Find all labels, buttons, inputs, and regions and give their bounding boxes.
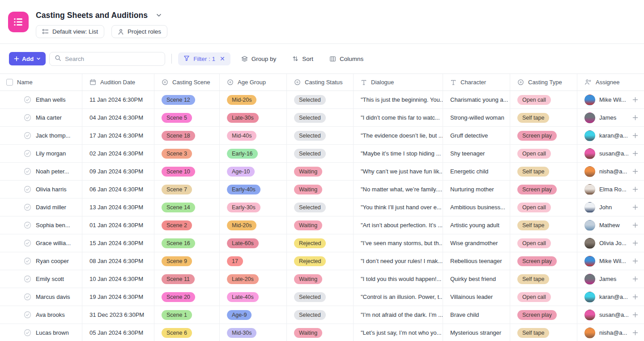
casting-scene-cell[interactable]: Scene 6 — [154, 324, 220, 341]
age-group-cell[interactable]: Late-30s — [220, 109, 287, 126]
casting-type-badge[interactable]: Screen play — [517, 310, 557, 320]
assignee-cell[interactable]: nisha@a... — [577, 163, 644, 180]
table-row[interactable]: Ava brooks31 Dec 2023 6:30PMScene 1Age-9… — [0, 306, 644, 324]
name-cell[interactable]: Olivia harris — [0, 181, 82, 198]
column-header-character[interactable]: Character — [443, 74, 510, 91]
add-assignee-icon[interactable] — [632, 258, 638, 264]
casting-type-cell[interactable]: Self tape — [510, 270, 577, 288]
status-badge[interactable]: Selected — [294, 131, 326, 141]
casting-status-cell[interactable]: Selected — [287, 145, 354, 162]
age-badge[interactable]: Mid-40s — [227, 131, 256, 141]
casting-scene-cell[interactable]: Scene 2 — [154, 216, 220, 234]
casting-type-badge[interactable]: Self tape — [517, 113, 549, 123]
scene-badge[interactable]: Scene 3 — [162, 149, 192, 159]
assignee-cell[interactable]: nisha@a... — [577, 324, 644, 341]
casting-type-badge[interactable]: Screen play — [517, 131, 557, 141]
table-row[interactable]: Mia carter04 Jan 2024 6:30PMScene 5Late-… — [0, 109, 644, 127]
age-badge[interactable]: Early-16 — [227, 149, 258, 159]
age-group-cell[interactable]: Mid-30s — [220, 324, 287, 341]
audition-date-cell[interactable]: 09 Jan 2024 6:30PM — [82, 163, 154, 180]
scene-badge[interactable]: Scene 11 — [162, 274, 195, 284]
dialogue-cell[interactable]: "This is just the beginning. You... — [354, 91, 443, 108]
age-group-cell[interactable]: Late-20s — [220, 270, 287, 288]
casting-type-badge[interactable]: Open call — [517, 203, 551, 212]
status-badge[interactable]: Rejected — [294, 256, 326, 266]
name-cell[interactable]: Marcus davis — [0, 288, 82, 306]
dialogue-cell[interactable]: "The evidence doesn’t lie, but ... — [354, 127, 443, 144]
casting-type-badge[interactable]: Self tape — [517, 274, 549, 284]
assignee-cell[interactable]: susan@a... — [577, 306, 644, 324]
table-row[interactable]: Emily scott10 Jan 2024 6:30PMScene 11Lat… — [0, 270, 644, 288]
character-cell[interactable]: Nurturing mother — [443, 181, 510, 198]
check-circle-icon[interactable] — [24, 275, 31, 283]
casting-status-cell[interactable]: Waiting — [287, 216, 354, 234]
casting-status-cell[interactable]: Selected — [287, 109, 354, 126]
casting-type-cell[interactable]: Screen play — [510, 181, 577, 198]
character-cell[interactable]: Rebellious teenager — [443, 252, 510, 270]
age-group-cell[interactable]: Early-40s — [220, 181, 287, 198]
assignee-cell[interactable]: James — [577, 109, 644, 126]
dialogue-cell[interactable]: "I told you this would happen!... — [354, 270, 443, 288]
column-header-casting-type[interactable]: Casting Type — [510, 74, 577, 91]
check-circle-icon[interactable] — [24, 329, 31, 337]
column-header-audition-date[interactable]: Audition Date — [82, 74, 154, 91]
dialogue-cell[interactable]: "Why can’t we just have fun lik... — [354, 163, 443, 180]
character-cell[interactable]: Wise grandmother — [443, 234, 510, 252]
assignee-cell[interactable]: susan@a... — [577, 145, 644, 162]
add-assignee-icon[interactable] — [632, 222, 638, 228]
assignee-cell[interactable]: karan@a... — [577, 288, 644, 306]
age-group-cell[interactable]: Late-60s — [220, 234, 287, 252]
add-assignee-icon[interactable] — [632, 276, 638, 282]
dialogue-cell[interactable]: "Let’s just say, I’m not who yo... — [354, 324, 443, 341]
age-group-cell[interactable]: Age-9 — [220, 306, 287, 324]
project-roles-button[interactable]: Project roles — [111, 25, 167, 38]
audition-date-cell[interactable]: 06 Jan 2024 6:30PM — [82, 181, 154, 198]
casting-type-cell[interactable]: Open call — [510, 288, 577, 306]
table-row[interactable]: Olivia harris06 Jan 2024 6:30PMScene 7Ea… — [0, 181, 644, 199]
add-assignee-icon[interactable] — [632, 186, 638, 192]
table-row[interactable]: Ethan wells11 Jan 2024 6:30PMScene 12Mid… — [0, 91, 644, 109]
casting-type-badge[interactable]: Self tape — [517, 328, 549, 338]
name-cell[interactable]: Lily morgan — [0, 145, 82, 162]
age-group-cell[interactable]: Early-16 — [220, 145, 287, 162]
casting-status-cell[interactable]: Waiting — [287, 324, 354, 341]
age-group-cell[interactable]: 17 — [220, 252, 287, 270]
name-cell[interactable]: Noah peter... — [0, 163, 82, 180]
add-button[interactable]: Add — [9, 52, 46, 65]
age-badge[interactable]: Early-40s — [227, 185, 260, 194]
select-all-checkbox[interactable] — [6, 79, 13, 86]
table-row[interactable]: Lucas brown05 Jan 2024 6:30PMScene 6Mid-… — [0, 324, 644, 341]
scene-badge[interactable]: Scene 5 — [162, 113, 192, 123]
column-header-dialogue[interactable]: Dialogue — [354, 74, 443, 91]
check-circle-icon[interactable] — [24, 150, 31, 157]
add-assignee-icon[interactable] — [632, 240, 638, 246]
chevron-down-icon[interactable] — [156, 12, 162, 18]
character-cell[interactable]: Brave child — [443, 306, 510, 324]
scene-badge[interactable]: Scene 14 — [162, 203, 195, 212]
age-group-cell[interactable]: Mid-20s — [220, 91, 287, 108]
scene-badge[interactable]: Scene 10 — [162, 167, 195, 177]
age-group-cell[interactable]: Late-40s — [220, 288, 287, 306]
status-badge[interactable]: Waiting — [294, 185, 322, 194]
status-badge[interactable]: Selected — [294, 113, 326, 123]
add-assignee-icon[interactable] — [632, 133, 638, 138]
scene-badge[interactable]: Scene 7 — [162, 185, 192, 194]
check-circle-icon[interactable] — [24, 168, 31, 175]
casting-scene-cell[interactable]: Scene 14 — [154, 199, 220, 216]
check-circle-icon[interactable] — [24, 203, 31, 211]
check-circle-icon[interactable] — [24, 132, 31, 139]
casting-scene-cell[interactable]: Scene 12 — [154, 91, 220, 108]
casting-status-cell[interactable]: Selected — [287, 306, 354, 324]
add-assignee-icon[interactable] — [632, 168, 638, 174]
name-cell[interactable]: Emily scott — [0, 270, 82, 288]
status-badge[interactable]: Rejected — [294, 238, 326, 248]
scene-badge[interactable]: Scene 2 — [162, 220, 192, 230]
casting-scene-cell[interactable]: Scene 3 — [154, 145, 220, 162]
scene-badge[interactable]: Scene 18 — [162, 131, 195, 141]
audition-date-cell[interactable]: 05 Jan 2024 6:30PM — [82, 324, 154, 341]
casting-scene-cell[interactable]: Scene 5 — [154, 109, 220, 126]
casting-type-cell[interactable]: Open call — [510, 199, 577, 216]
status-badge[interactable]: Waiting — [294, 274, 322, 284]
age-badge[interactable]: Age-9 — [227, 310, 252, 320]
casting-type-badge[interactable]: Screen play — [517, 185, 557, 194]
